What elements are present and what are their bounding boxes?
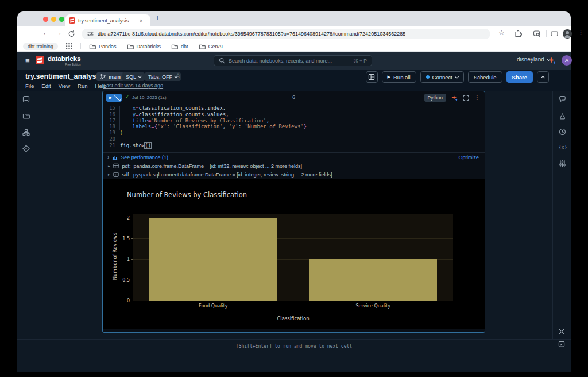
last-edit-link[interactable]: Last edit was 14 days ago: [103, 83, 163, 89]
bookmark-dbt-training[interactable]: dbt-training: [23, 43, 58, 50]
branch-selector[interactable]: main: [96, 72, 124, 81]
connect-button[interactable]: Connect: [420, 71, 464, 83]
expand-caret-icon[interactable]: ▸: [108, 172, 110, 177]
workspace-switcher[interactable]: disneyland: [517, 56, 550, 63]
output-variable-row[interactable]: ▸sdf:pyspark.sql.connect.dataframe.DataF…: [103, 171, 485, 179]
databricks-logo[interactable]: databricks Free Edition: [36, 56, 81, 66]
schedule-button[interactable]: Schedule: [468, 71, 502, 83]
code-line[interactable]: 17 title='Number of Reviews by Classific…: [103, 118, 485, 124]
shortcuts-icon[interactable]: [558, 328, 565, 335]
code-line[interactable]: 19): [103, 130, 485, 136]
menu-edit[interactable]: Edit: [41, 83, 51, 89]
extensions-icon[interactable]: [514, 30, 522, 37]
catalog-schema-icon[interactable]: [22, 129, 30, 136]
menu-run[interactable]: Run: [78, 83, 87, 89]
assistant-sparkle-icon[interactable]: [548, 57, 556, 64]
browser-avatar[interactable]: [563, 29, 572, 39]
run-cell-button[interactable]: ▶: [106, 94, 122, 102]
chevron-up-icon: [541, 75, 545, 79]
bookmark-folder[interactable]: Pandas: [89, 43, 117, 50]
close-tab-icon[interactable]: ×: [140, 18, 142, 24]
y-tick-mark: [131, 259, 133, 260]
layout-button[interactable]: [366, 71, 378, 83]
brand-subtext: Free Edition: [48, 63, 81, 66]
new-tab-button[interactable]: +: [155, 13, 160, 22]
url-bar[interactable]: dbc-a72471bc-81d6.cloud.databricks.com/e…: [82, 29, 490, 39]
forward-button[interactable]: →: [55, 29, 62, 37]
search-icon: [219, 57, 225, 64]
comments-icon[interactable]: [559, 95, 566, 103]
notebook-settings-icon[interactable]: [559, 160, 566, 167]
x-tick-label: Food Quality: [133, 303, 293, 309]
run-all-button[interactable]: ▶ Run all: [382, 71, 416, 83]
apps-grid-icon[interactable]: [66, 43, 72, 49]
site-settings-icon[interactable]: [87, 30, 94, 37]
cell-menu-icon[interactable]: ⋮: [474, 95, 480, 101]
environment-icon[interactable]: [22, 145, 30, 152]
version-history-icon[interactable]: [559, 128, 566, 136]
code-line[interactable]: 18 labels={'x': 'Classification', 'y': '…: [103, 124, 485, 130]
table-of-contents-icon[interactable]: [22, 95, 30, 103]
bookmark-folder[interactable]: GenAI: [199, 43, 223, 50]
bookmark-folder[interactable]: Databricks: [127, 43, 161, 50]
workspace-folder-icon[interactable]: [22, 112, 30, 120]
cell-assistant-icon[interactable]: [451, 95, 458, 101]
see-performance-link[interactable]: See performance (1): [121, 155, 168, 160]
url-text[interactable]: dbc-a72471bc-81d6.cloud.databricks.com/e…: [98, 31, 405, 37]
chevron-down-icon: [455, 74, 459, 78]
run-hint-text: [Shift+Enter] to run and move to next ce…: [17, 344, 571, 349]
notebook-title[interactable]: try.sentiment_analysis: [25, 72, 102, 80]
output-variable-row[interactable]: ▸pdf:pandas.core.frame.DataFrame = [id: …: [103, 162, 485, 171]
terminal-panel-icon[interactable]: [558, 341, 565, 348]
profile-card-icon[interactable]: [551, 30, 558, 37]
cell-number: 6: [292, 94, 295, 100]
code-line[interactable]: 16 y=classification_counts.values,: [103, 111, 485, 118]
user-avatar[interactable]: A: [562, 55, 572, 66]
optimize-link[interactable]: Optimize: [458, 155, 479, 160]
minimize-window-button[interactable]: [51, 17, 56, 22]
collapse-header-button[interactable]: [537, 71, 549, 83]
bar-service-quality[interactable]: [309, 259, 437, 301]
x-tick-label: Service Quality: [293, 303, 454, 309]
y-tick-label: 2: [115, 216, 130, 221]
share-button[interactable]: Share: [506, 71, 533, 83]
right-rail: {x}: [552, 91, 571, 339]
code-line[interactable]: 15 x=classification_counts.index,: [103, 105, 485, 111]
tab-title: try.sentiment_analysis - Data: [78, 18, 138, 24]
y-tick-label: 1.5: [115, 236, 130, 241]
output-resize-handle[interactable]: [474, 321, 479, 326]
search-placeholder: Search data, notebooks, recents, and mor…: [229, 58, 350, 64]
variables-icon[interactable]: {x}: [559, 145, 567, 150]
menu-view[interactable]: View: [59, 83, 70, 89]
experiments-flask-icon[interactable]: [559, 112, 566, 120]
menu-file[interactable]: File: [25, 83, 34, 89]
toolbar-divider: [528, 30, 528, 37]
brand-text: databricks: [48, 56, 81, 62]
search-tabs-icon[interactable]: [533, 30, 540, 37]
browser-menu-icon[interactable]: ⋮: [578, 29, 584, 36]
zoom-window-button[interactable]: [59, 17, 64, 22]
language-badge[interactable]: Python: [424, 94, 446, 102]
expand-chevron-icon[interactable]: ›: [107, 155, 109, 160]
bookmark-star-icon[interactable]: ☆: [498, 29, 505, 37]
close-window-button[interactable]: [43, 17, 48, 22]
favorite-star-icon[interactable]: ☆: [175, 72, 181, 79]
browser-tab[interactable]: try.sentiment_analysis - Data ×: [65, 14, 150, 26]
code-line[interactable]: 20: [103, 136, 485, 143]
databricks-favicon: [69, 17, 75, 24]
expand-caret-icon[interactable]: ▸: [108, 164, 110, 168]
databricks-logo-mark: [36, 56, 44, 64]
language-selector[interactable]: SQL: [122, 72, 145, 81]
code-line[interactable]: 21fig.show(): [103, 143, 485, 149]
notebook-actions: ▶ Run all Connect Schedule Share: [366, 71, 549, 83]
notebook-cell[interactable]: ▶ ✓ Jul 10, 2025 (1s) 6 Python ⋮ 15 x=cl…: [102, 91, 485, 333]
branch-icon: [100, 74, 106, 80]
back-button[interactable]: ←: [42, 29, 49, 37]
code-editor[interactable]: 15 x=classification_counts.index,16 y=cl…: [103, 105, 485, 149]
bar-food-quality[interactable]: [149, 218, 277, 301]
bookmark-folder[interactable]: dbt: [171, 43, 188, 50]
hamburger-menu-icon[interactable]: ≡: [25, 56, 30, 65]
reload-button[interactable]: [68, 30, 75, 37]
global-search-input[interactable]: Search data, notebooks, recents, and mor…: [214, 55, 372, 66]
expand-cell-icon[interactable]: [463, 95, 469, 101]
